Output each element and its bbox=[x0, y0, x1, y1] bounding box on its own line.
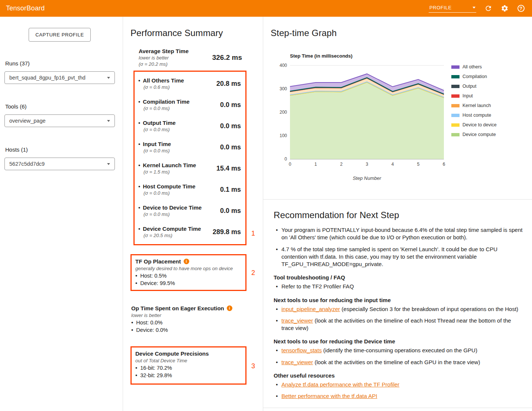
bullet-icon: • bbox=[135, 372, 137, 378]
resource-link-item: Better performance with the tf.data API bbox=[274, 392, 523, 400]
metric-value: 0.0 ms bbox=[220, 101, 241, 109]
legend-label: Device compute bbox=[462, 132, 496, 137]
runs-label: Runs (37) bbox=[5, 60, 115, 67]
info-icon[interactable]: i bbox=[227, 305, 232, 311]
svg-text:2: 2 bbox=[340, 162, 343, 167]
svg-text:3: 3 bbox=[366, 162, 368, 167]
metric-value: 0.0 ms bbox=[220, 143, 241, 151]
tfdata-profiler-link[interactable]: Analyze tf.data performance with the TF … bbox=[281, 381, 399, 388]
input-tools-heading: Next tools to use for reducing the input… bbox=[274, 297, 525, 303]
average-step-time: Average Step Time lower is better (σ = 2… bbox=[139, 48, 242, 67]
performance-summary-title: Performance Summary bbox=[130, 28, 246, 38]
metric-row: •Device to Device Time (σ = 0.0 ms) 0.0 … bbox=[138, 200, 241, 221]
chevron-down-icon bbox=[107, 77, 110, 79]
bullet-icon: • bbox=[135, 280, 137, 286]
metric-row: •Input Time (σ = 0.0 ms) 0.0 ms bbox=[138, 137, 241, 158]
recommendation-section: Recommendation for Next Step Your progra… bbox=[263, 200, 532, 408]
dashboard-select[interactable]: PROFILE bbox=[429, 4, 476, 13]
chart-legend: All othersCompilationOutputInputKernel l… bbox=[451, 64, 497, 181]
recommendation-title: Recommendation for Next Step bbox=[274, 210, 525, 220]
legend-label: Kernel launch bbox=[462, 103, 491, 108]
svg-text:0: 0 bbox=[289, 162, 291, 167]
chevron-down-icon bbox=[473, 7, 475, 9]
runs-select[interactable]: bert_squad_8gpu_fp16_pvt_thd bbox=[4, 71, 115, 84]
legend-item-input: Input bbox=[451, 93, 497, 98]
metric-value: 0.1 ms bbox=[220, 186, 241, 194]
bullet-icon: • bbox=[138, 183, 140, 190]
app-header: TensorBoard PROFILE ? bbox=[0, 0, 532, 17]
tool-link-desc: (look at the activities on the timeline … bbox=[281, 317, 511, 331]
svg-text:0: 0 bbox=[284, 156, 287, 162]
help-icon[interactable]: ? bbox=[516, 4, 525, 13]
hosts-select-value: 5627c5dd7dc9 bbox=[9, 161, 45, 167]
legend-label: Device to device bbox=[462, 122, 497, 127]
metric-value: 326.2 ms bbox=[212, 54, 242, 62]
metric-value: 289.8 ms bbox=[213, 228, 241, 236]
tools-select[interactable]: overview_page bbox=[4, 114, 115, 127]
tfdata-api-link[interactable]: Better performance with the tf.data API bbox=[281, 393, 377, 399]
svg-text:4: 4 bbox=[391, 162, 394, 167]
hosts-label: Hosts (1) bbox=[5, 146, 115, 153]
metric-sigma: (σ = 1.5 ms) bbox=[144, 169, 196, 175]
legend-swatch bbox=[451, 94, 460, 98]
tool-link-desc: (identify the time-consuming operations … bbox=[322, 347, 477, 353]
legend-item-kernel-launch: Kernel launch bbox=[451, 103, 497, 108]
refresh-icon[interactable] bbox=[484, 4, 493, 13]
metric-sigma: (σ = 20.2 ms) bbox=[139, 61, 188, 67]
tensorflow-stats-link[interactable]: tensorflow_stats bbox=[281, 347, 322, 353]
svg-text:200: 200 bbox=[280, 110, 287, 115]
capture-profile-button[interactable]: CAPTURE PROFILE bbox=[29, 28, 90, 42]
bullet-icon: • bbox=[138, 141, 140, 147]
legend-item-output: Output bbox=[451, 84, 497, 89]
trace-viewer-link[interactable]: trace_viewer bbox=[281, 317, 313, 324]
step-time-graph-section: Step-time Graph Step Time (in millisecon… bbox=[263, 17, 532, 200]
performance-summary-panel: Performance Summary Average Step Time lo… bbox=[123, 17, 263, 411]
tool-link-item: tensorflow_stats (identify the time-cons… bbox=[274, 347, 523, 354]
runs-select-value: bert_squad_8gpu_fp16_pvt_thd bbox=[9, 75, 86, 81]
bullet-icon: • bbox=[138, 226, 140, 232]
device-tools-heading: Next tools to use for reducing the Devic… bbox=[274, 338, 525, 344]
metric-label: Output Time bbox=[143, 120, 175, 126]
trace-viewer-link[interactable]: trace_viewer bbox=[281, 359, 313, 365]
legend-swatch bbox=[451, 75, 460, 78]
metric-sigma: (σ = 20.5 ms) bbox=[144, 233, 201, 238]
metric-label: Kernel Launch Time bbox=[143, 162, 196, 168]
sidebar: CAPTURE PROFILE Runs (37) bert_squad_8gp… bbox=[0, 17, 123, 411]
list-item: •32-bit: 29.8% bbox=[135, 372, 241, 378]
tf-op-placement-note: generally desired to have more ops on de… bbox=[135, 266, 241, 271]
header-actions: PROFILE ? bbox=[429, 4, 525, 13]
dashboard-select-value: PROFILE bbox=[429, 5, 452, 10]
legend-swatch bbox=[451, 85, 460, 88]
hosts-select[interactable]: 5627c5dd7dc9 bbox=[4, 158, 115, 170]
metric-row: •Host Compute Time (σ = 0.0 ms) 0.1 ms bbox=[138, 179, 241, 200]
info-icon[interactable]: i bbox=[184, 259, 189, 264]
resources-heading: Other useful resources bbox=[274, 372, 525, 379]
legend-label: Input bbox=[462, 93, 473, 98]
faq-heading: Tool troubleshooting / FAQ bbox=[274, 274, 525, 281]
legend-label: Output bbox=[462, 84, 477, 89]
svg-text:6: 6 bbox=[443, 162, 445, 167]
bullet-icon: • bbox=[135, 272, 137, 279]
tool-link-desc: (look at the activities on the timeline … bbox=[313, 359, 480, 365]
legend-label: Compilation bbox=[462, 74, 487, 79]
svg-text:5: 5 bbox=[417, 162, 420, 167]
faq-bullet: Refer to the TF2 Profiler FAQ bbox=[274, 283, 523, 290]
legend-item-device-compute: Device compute bbox=[451, 132, 497, 137]
input-pipeline-analyzer-link[interactable]: input_pipeline_analyzer bbox=[281, 306, 340, 312]
tool-link-item: input_pipeline_analyzer (especially Sect… bbox=[274, 305, 523, 313]
help-question-mark: ? bbox=[518, 5, 525, 12]
metric-row: •All Others Time (σ = 0.6 ms) 20.8 ms bbox=[138, 73, 241, 94]
gear-icon[interactable] bbox=[500, 4, 509, 13]
tf-op-placement-title: TF Op Placement bbox=[135, 258, 181, 265]
svg-text:400: 400 bbox=[280, 63, 287, 68]
metric-label: All Others Time bbox=[143, 77, 184, 84]
metric-row: •Output Time (σ = 0.0 ms) 0.0 ms bbox=[138, 116, 241, 137]
eager-note: lower is better bbox=[131, 313, 246, 318]
chart-x-axis-label: Step Number bbox=[290, 175, 444, 181]
svg-text:1: 1 bbox=[315, 162, 317, 167]
metric-row: •Compilation Time (σ = 0.0 ms) 0.0 ms bbox=[138, 94, 241, 116]
bullet-icon: • bbox=[138, 98, 140, 105]
tools-field: Tools (6) overview_page bbox=[4, 103, 115, 127]
app-title: TensorBoard bbox=[6, 4, 45, 12]
metric-label: Host Compute Time bbox=[143, 183, 195, 190]
